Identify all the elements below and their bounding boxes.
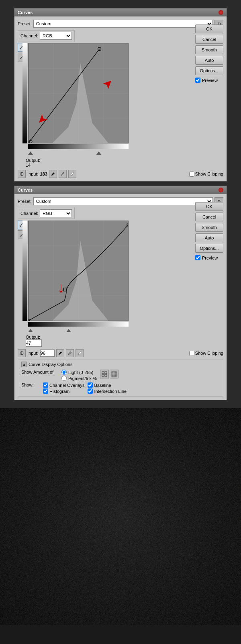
close-button-2[interactable] [219, 188, 223, 192]
preview-row-2: Preview [195, 255, 223, 260]
output-input-row-1: Output: 14 [26, 158, 223, 168]
white-eyedropper-2[interactable] [76, 349, 84, 357]
preset-select-2[interactable]: Custom [33, 197, 213, 205]
options-button-1[interactable]: Options... [195, 66, 223, 75]
right-buttons-2: OK Cancel Smooth Auto Options... Preview [195, 202, 223, 260]
curve-area-2: ↓ [18, 221, 223, 334]
light-option: Light (0-255) [61, 370, 97, 375]
noise-canvas [0, 408, 241, 625]
black-eyedropper-2[interactable] [56, 349, 64, 357]
options-button-2[interactable]: Options... [195, 244, 223, 253]
curve-canvas-area-2: ↓ [28, 221, 129, 334]
output-group-2: Output: [26, 335, 42, 347]
output-value-field-2[interactable] [26, 339, 42, 347]
show-section: Show: Channel Overlays Histogram [21, 382, 220, 394]
cancel-button-1[interactable]: Cancel [195, 35, 223, 44]
gray-eyedropper-1[interactable] [59, 170, 67, 178]
bottom-tools-2: Input: [18, 349, 223, 357]
slider-area-1 [28, 150, 129, 156]
output-input-row-2: Output: [26, 335, 223, 347]
curve-canvas-2[interactable]: ↓ [28, 221, 129, 321]
show-clipping-checkbox-1[interactable] [189, 172, 194, 177]
svg-rect-31 [105, 372, 107, 374]
preview-checkbox-2[interactable] [195, 255, 200, 260]
show-amount-section: Show Amount of: Light (0-255) Pigment/In… [21, 370, 220, 381]
grid-10x10-icon [111, 371, 117, 377]
pigment-radio[interactable] [61, 376, 67, 381]
auto-button-1[interactable]: Auto [195, 56, 223, 65]
curve-canvas-1[interactable]: ➘ ➘ ➤ ➤ [28, 43, 129, 143]
right-slider-2[interactable] [66, 329, 71, 332]
channel-select-2[interactable]: RGB [40, 209, 72, 217]
left-slider-1[interactable] [28, 151, 33, 155]
smooth-button-1[interactable]: Smooth [195, 45, 223, 54]
h-gradient-1 [28, 144, 129, 149]
preset-label-1: Preset: [18, 21, 32, 26]
cancel-button-2[interactable]: Cancel [195, 213, 223, 221]
preset-row-2: Preset: Custom ⚙ [18, 197, 223, 205]
light-radio[interactable] [61, 370, 67, 375]
input-value-field-2[interactable] [40, 350, 55, 357]
pigment-label: Pigment/Ink % [68, 376, 97, 381]
close-button-1[interactable] [219, 10, 223, 15]
titlebar-2: Curves [14, 186, 227, 194]
show-clipping-label-1: Show Clipping [195, 172, 223, 176]
curves-dialog-1: Curves Preset: Custom ⚙ OK Cance [14, 8, 227, 182]
show-clipping-group-1: Show Clipping [189, 172, 223, 177]
dark-background [0, 408, 241, 625]
preview-checkbox-1[interactable] [195, 78, 200, 83]
radio-group: Light (0-255) Pigment/Ink % [61, 370, 97, 381]
adj-svg-1 [19, 172, 24, 176]
arrow-down-2: ↓ [57, 280, 65, 295]
intersection-checkbox[interactable] [88, 388, 93, 394]
ok-button-2[interactable]: OK [195, 202, 223, 211]
ok-button-1[interactable]: OK [195, 25, 223, 33]
grid-4x4-icon [102, 371, 107, 377]
right-buttons-1: OK Cancel Smooth Auto Options... Preview [195, 25, 223, 83]
histogram-checkbox[interactable] [43, 388, 48, 394]
dialog-title-2: Curves [18, 188, 33, 192]
histogram-option: Histogram [43, 388, 84, 394]
preview-label-1: Preview [202, 78, 218, 83]
curves-dialog-2: Curves Preset: Custom ⚙ OK Cance [14, 186, 227, 400]
curve-canvas-area-1: ➘ ➘ ➤ ➤ [28, 43, 129, 156]
output-value-1: 14 [26, 163, 40, 168]
bottom-tools-1: Input: 183 [18, 170, 223, 178]
show-clipping-label-2: Show Clipping [195, 351, 223, 356]
grid-10x10-btn[interactable] [110, 370, 118, 378]
gray-eyedropper-2[interactable] [66, 349, 74, 357]
h-gradient-area-1 [28, 143, 129, 149]
preset-select-1[interactable]: Custom [33, 20, 213, 28]
channel-select-1[interactable]: RGB [40, 32, 72, 40]
channel-overlays-label: Channel Overlays [49, 383, 84, 388]
dialog-body-2: Preset: Custom ⚙ OK Cancel Smooth Auto O… [14, 194, 227, 400]
channel-overlays-checkbox[interactable] [43, 382, 48, 388]
preview-label-2: Preview [202, 256, 218, 260]
channel-group-2: Channel: RGB [18, 208, 75, 219]
baseline-checkbox[interactable] [88, 382, 93, 388]
show-clipping-checkbox-2[interactable] [189, 351, 194, 356]
adjustments-icon-2[interactable] [18, 349, 26, 357]
v-gradient-2 [22, 221, 27, 321]
grid-4x4-btn[interactable] [100, 370, 109, 378]
smooth-button-2[interactable]: Smooth [195, 223, 223, 232]
black-eyedropper-1[interactable] [49, 170, 57, 178]
left-slider-2[interactable] [28, 329, 33, 332]
right-slider-1[interactable] [96, 151, 101, 155]
titlebar-1: Curves [14, 8, 227, 16]
auto-button-2[interactable]: Auto [195, 233, 223, 242]
preset-label-2: Preset: [18, 199, 32, 204]
slider-area-2 [28, 327, 129, 334]
options-header[interactable]: ▲ Curve Display Options [21, 362, 220, 367]
eyedrop-svg-1 [51, 172, 55, 176]
collapse-icon[interactable]: ▲ [21, 362, 27, 367]
svg-rect-33 [105, 374, 107, 376]
options-title: Curve Display Options [29, 362, 72, 367]
white-eyedropper-1[interactable] [68, 170, 76, 178]
svg-rect-30 [102, 372, 104, 374]
output-label-text-1: Output: [26, 158, 40, 163]
adjustments-icon-1[interactable] [18, 170, 26, 178]
curve-area-1: ➘ ➘ ➤ ➤ [18, 43, 223, 156]
h-gradient-2 [28, 322, 129, 327]
curve-display-options: ▲ Curve Display Options Show Amount of: … [18, 360, 223, 397]
